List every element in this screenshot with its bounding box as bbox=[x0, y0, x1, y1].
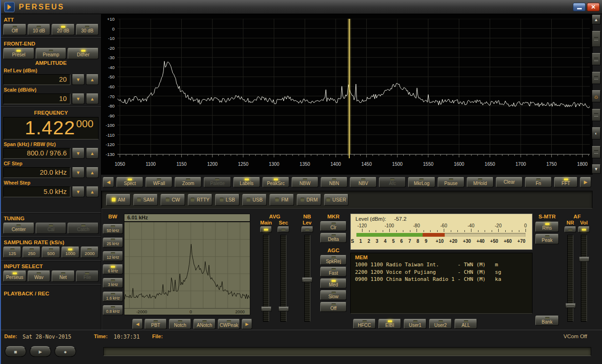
sam-button[interactable]: SAM bbox=[133, 194, 158, 206]
pbt-button[interactable]: PBT bbox=[145, 319, 167, 329]
vol-enable-button[interactable] bbox=[578, 226, 590, 232]
1000-button[interactable]: 1000 bbox=[62, 247, 79, 258]
peak-button[interactable]: Peak bbox=[535, 234, 559, 244]
play-button[interactable]: ▶ bbox=[30, 346, 51, 357]
off-button[interactable]: Off bbox=[3, 24, 26, 35]
scale-value[interactable]: 10 bbox=[3, 93, 70, 104]
cf-step-value[interactable]: 20.0 kHz bbox=[3, 167, 70, 178]
notch-button[interactable]: Notch bbox=[169, 319, 191, 329]
span-down-button[interactable]: ▼ bbox=[72, 148, 85, 159]
slider-handle[interactable] bbox=[302, 278, 313, 283]
stop-button[interactable]: ■ bbox=[5, 346, 26, 357]
30-db-button[interactable]: 30 dB bbox=[76, 24, 99, 35]
3-khz-button[interactable]: 3 kHz bbox=[103, 278, 123, 288]
toolbar-scroll-left-button[interactable]: ◀ bbox=[103, 177, 114, 187]
500-button[interactable]: 500 bbox=[42, 247, 60, 258]
scale-up-button[interactable]: ▲ bbox=[86, 93, 99, 104]
25-khz-button[interactable]: 25 kHz bbox=[103, 238, 123, 248]
net-button[interactable]: Net bbox=[52, 271, 75, 282]
main-spectrum-display[interactable]: +100-10-20-30-40-50-60-70-80-90-100-110-… bbox=[101, 14, 593, 175]
clr-button[interactable]: Clr bbox=[320, 221, 347, 231]
file-button[interactable]: File bbox=[76, 271, 99, 282]
user1-button[interactable]: User1 bbox=[404, 319, 426, 329]
bw-scroll-left-button[interactable]: ◀ bbox=[132, 319, 143, 329]
hfcc-button[interactable]: HFCC bbox=[353, 319, 376, 329]
contrast-button[interactable]: ◐ bbox=[592, 127, 601, 139]
ref-lev-down-button[interactable]: ▼ bbox=[72, 74, 85, 85]
all-button[interactable]: ALL bbox=[455, 319, 477, 329]
slider-handle[interactable] bbox=[278, 307, 289, 312]
slider-handle[interactable] bbox=[579, 257, 589, 262]
250-button[interactable]: 250 bbox=[23, 247, 40, 258]
cf-step-up-button[interactable]: ▲ bbox=[86, 167, 99, 178]
scale-down-button[interactable]: ▼ bbox=[72, 93, 85, 104]
slow-button[interactable]: Slow bbox=[320, 290, 347, 300]
labels-button[interactable]: Labels bbox=[233, 177, 260, 187]
bank-button[interactable]: Bank bbox=[535, 316, 559, 325]
record-button[interactable]: ● bbox=[54, 346, 76, 357]
minimize-button[interactable] bbox=[573, 3, 586, 11]
presel-button[interactable]: Presel bbox=[3, 48, 34, 59]
0-8-khz-button[interactable]: 0.8 kHz bbox=[103, 305, 123, 315]
zoom-button[interactable]: Zoom bbox=[175, 177, 201, 187]
cal-button[interactable]: Cal bbox=[36, 223, 67, 234]
125-button[interactable]: 125 bbox=[3, 247, 21, 258]
span-value[interactable]: 800.0 / 976.6 bbox=[3, 148, 70, 159]
cwpeak-button[interactable]: CWPeak bbox=[218, 319, 240, 329]
frequency-display[interactable]: 1.422 000 bbox=[3, 117, 99, 139]
spect-button[interactable]: Spect bbox=[116, 177, 143, 187]
main-enable-button[interactable] bbox=[260, 226, 272, 232]
rtty-button[interactable]: RTTY bbox=[188, 194, 212, 206]
scroll-up-button[interactable]: ▲ bbox=[592, 15, 601, 24]
nbw-button[interactable]: NBW bbox=[292, 177, 318, 187]
20-db-button[interactable]: 20 dB bbox=[52, 24, 75, 35]
memory-row[interactable]: 2200 1200 Voice of Pujiang - CHN (M) sg bbox=[355, 269, 528, 276]
nbv-button[interactable]: NBV bbox=[350, 177, 377, 187]
nr-slider[interactable] bbox=[567, 235, 573, 322]
bw-scroll-right-button[interactable]: ▶ bbox=[242, 319, 252, 329]
user2-button[interactable]: User2 bbox=[429, 319, 452, 329]
main-slider[interactable] bbox=[263, 235, 269, 322]
nbn-button[interactable]: NBN bbox=[321, 177, 347, 187]
mkrlog-button[interactable]: MkrLog bbox=[408, 177, 435, 187]
10-db-button[interactable]: 10 dB bbox=[28, 24, 51, 35]
fn-button[interactable]: Fn bbox=[525, 177, 552, 187]
brightness-button[interactable]: ☼ bbox=[592, 90, 601, 102]
toolbar-scroll-right-button[interactable]: ▶ bbox=[580, 177, 591, 187]
perseus-button[interactable]: Perseus bbox=[3, 271, 26, 282]
slider-handle[interactable] bbox=[261, 307, 271, 312]
palette-button[interactable]: Palette bbox=[204, 177, 231, 187]
afc-button[interactable]: Afc bbox=[379, 177, 406, 187]
if-spectrum-svg[interactable] bbox=[124, 222, 250, 315]
dither-button[interactable]: Dither bbox=[68, 48, 99, 59]
2000-button[interactable]: 2000 bbox=[81, 247, 99, 258]
rms-button[interactable]: Rms bbox=[535, 222, 559, 232]
delta-button[interactable]: Delta bbox=[320, 233, 347, 243]
clear-button[interactable]: Clear bbox=[496, 177, 523, 187]
wheel-step-value[interactable]: 5.0 kHz bbox=[3, 186, 70, 197]
fm-button[interactable]: FM bbox=[270, 194, 294, 206]
nr-enable-button[interactable] bbox=[564, 226, 576, 232]
wfall-button[interactable]: WFall bbox=[146, 177, 172, 187]
wheel-step-up-button[interactable]: ▲ bbox=[86, 186, 99, 197]
wav-button[interactable]: Wav bbox=[28, 271, 51, 282]
am-button[interactable]: AM bbox=[106, 194, 131, 206]
sec-slider[interactable] bbox=[280, 235, 286, 322]
lsb-button[interactable]: LSB bbox=[215, 194, 239, 206]
pause-button[interactable]: Pause bbox=[438, 177, 464, 187]
50-khz-button[interactable]: 50 kHz bbox=[103, 224, 123, 234]
center-button[interactable]: Center bbox=[3, 223, 34, 234]
usb-button[interactable]: USB bbox=[242, 194, 267, 206]
mhold-button[interactable]: MHold bbox=[467, 177, 494, 187]
scroll-down-button[interactable]: ▼ bbox=[592, 164, 601, 174]
close-button[interactable]: ✕ bbox=[587, 3, 600, 11]
fft-button[interactable]: FFT bbox=[554, 177, 578, 187]
med-button[interactable]: Med bbox=[320, 279, 347, 288]
vol-slider[interactable] bbox=[581, 235, 587, 322]
spectrum-plot-svg[interactable] bbox=[117, 19, 590, 160]
playback-position-bar[interactable] bbox=[103, 347, 591, 356]
spectrum-plot[interactable] bbox=[117, 19, 590, 160]
12-khz-button[interactable]: 12 kHz bbox=[103, 251, 123, 261]
user-button[interactable]: USER bbox=[324, 194, 348, 206]
lev-enable-button[interactable] bbox=[301, 226, 313, 232]
